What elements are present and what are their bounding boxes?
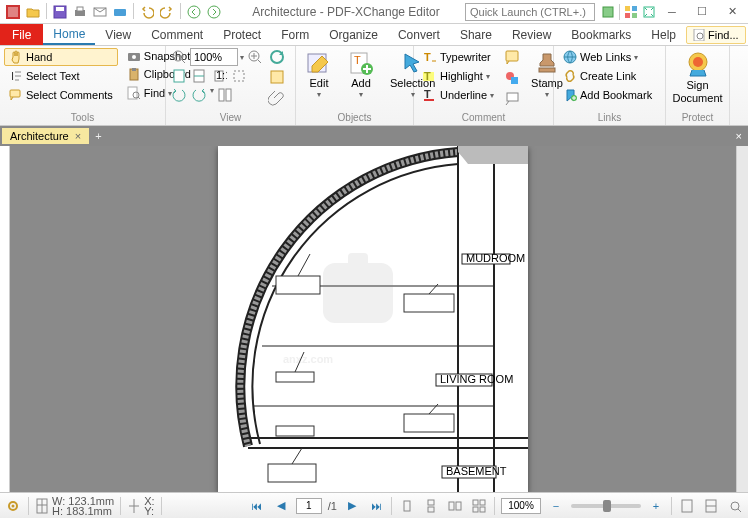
zoom-level-input[interactable] bbox=[501, 498, 541, 514]
options-gear-icon[interactable] bbox=[4, 497, 22, 515]
view-highlight-icon[interactable] bbox=[268, 68, 286, 86]
actual-size-icon[interactable]: 1:1 bbox=[210, 67, 228, 85]
print-icon[interactable] bbox=[71, 3, 89, 21]
edit-object-button[interactable]: Edit▾ bbox=[300, 48, 338, 101]
ribbon-group-objects: Edit▾ TAdd▾ Selection▾ Objects bbox=[296, 46, 414, 125]
svg-rect-71 bbox=[276, 372, 314, 382]
svg-rect-35 bbox=[219, 89, 224, 101]
fit-visible-status-icon[interactable] bbox=[726, 497, 744, 515]
zoom-out-status-icon[interactable]: − bbox=[547, 497, 565, 515]
svg-text:BASEMENT: BASEMENT bbox=[446, 465, 507, 477]
svg-rect-76 bbox=[404, 294, 454, 312]
menu-view[interactable]: View bbox=[95, 24, 141, 45]
minimize-button[interactable]: ─ bbox=[658, 2, 686, 22]
prev-page-icon[interactable]: ◀ bbox=[272, 497, 290, 515]
web-links-button[interactable]: Web Links▾ bbox=[558, 48, 657, 66]
svg-point-97 bbox=[731, 502, 739, 510]
add-bookmark-button[interactable]: Add Bookmark bbox=[558, 86, 657, 104]
vertical-scrollbar[interactable] bbox=[736, 146, 748, 492]
fit-page-icon[interactable] bbox=[170, 67, 188, 85]
layout-facing-continuous-icon[interactable] bbox=[470, 497, 488, 515]
close-tab-icon[interactable]: × bbox=[75, 130, 81, 142]
menu-protect[interactable]: Protect bbox=[213, 24, 271, 45]
ribbon-group-links: Web Links▾ Create Link Add Bookmark Link… bbox=[554, 46, 666, 125]
zoom-in-status-icon[interactable]: + bbox=[647, 497, 665, 515]
layout-continuous-icon[interactable] bbox=[422, 497, 440, 515]
hand-tool[interactable]: Hand bbox=[4, 48, 118, 66]
rotate-cw-icon[interactable] bbox=[190, 86, 208, 104]
new-tab-icon[interactable]: + bbox=[89, 130, 107, 142]
fit-page-status-icon[interactable] bbox=[678, 497, 696, 515]
save-icon[interactable] bbox=[51, 3, 69, 21]
layout-single-icon[interactable] bbox=[398, 497, 416, 515]
menu-share[interactable]: Share bbox=[450, 24, 502, 45]
email-icon[interactable] bbox=[91, 3, 109, 21]
close-button[interactable]: ✕ bbox=[718, 2, 746, 22]
view-attach-icon[interactable] bbox=[268, 88, 286, 106]
menu-convert[interactable]: Convert bbox=[388, 24, 450, 45]
ribbon: Hand ISelect Text Select Comments Snapsh… bbox=[0, 46, 748, 126]
svg-rect-78 bbox=[404, 414, 454, 432]
svg-rect-88 bbox=[428, 507, 434, 512]
svg-rect-3 bbox=[56, 7, 64, 11]
zoom-dropdown-icon[interactable]: ▾ bbox=[240, 53, 244, 62]
add-object-button[interactable]: TAdd▾ bbox=[342, 48, 380, 101]
sign-document-button[interactable]: SignDocument bbox=[666, 48, 728, 106]
highlight-tool[interactable]: THighlight▾ bbox=[418, 67, 499, 85]
svg-rect-13 bbox=[625, 13, 630, 18]
svg-rect-69 bbox=[276, 276, 320, 294]
scan-icon[interactable] bbox=[111, 3, 129, 21]
rotate-ccw-icon[interactable] bbox=[170, 86, 188, 104]
file-menu[interactable]: File bbox=[0, 24, 43, 45]
close-all-tabs-icon[interactable]: × bbox=[730, 130, 748, 142]
undo-icon[interactable] bbox=[138, 3, 156, 21]
typewriter-tool[interactable]: TTypewriter bbox=[418, 48, 499, 66]
select-comments-tool[interactable]: Select Comments bbox=[4, 86, 118, 104]
quick-launch-go-icon[interactable] bbox=[599, 3, 617, 21]
expand-icon[interactable] bbox=[640, 3, 658, 21]
find-button[interactable]: Find... bbox=[686, 26, 746, 44]
page-thumbs-icon[interactable] bbox=[216, 86, 234, 104]
open-icon[interactable] bbox=[24, 3, 42, 21]
first-page-icon[interactable]: ⏮ bbox=[248, 497, 266, 515]
create-link-button[interactable]: Create Link bbox=[558, 67, 657, 85]
nav-back-icon[interactable] bbox=[185, 3, 203, 21]
menu-bookmarks[interactable]: Bookmarks bbox=[561, 24, 641, 45]
zoom-out-icon[interactable] bbox=[170, 48, 188, 66]
underline-tool[interactable]: TUnderline▾ bbox=[418, 86, 499, 104]
next-page-icon[interactable]: ▶ bbox=[343, 497, 361, 515]
zoom-slider[interactable] bbox=[571, 504, 641, 508]
shapes-icon[interactable] bbox=[503, 69, 521, 87]
left-pane-gutter[interactable] bbox=[0, 146, 10, 492]
svg-line-70 bbox=[298, 254, 310, 276]
quick-launch-input[interactable] bbox=[465, 3, 595, 21]
menu-review[interactable]: Review bbox=[502, 24, 561, 45]
svg-rect-26 bbox=[128, 87, 137, 99]
zoom-input[interactable] bbox=[190, 48, 238, 66]
note-icon[interactable] bbox=[503, 48, 521, 66]
svg-text:T: T bbox=[354, 54, 361, 66]
page-canvas[interactable]: MUDROOM LIVING ROOM BASEMENT anxz.com bbox=[10, 146, 736, 492]
menu-organize[interactable]: Organize bbox=[319, 24, 388, 45]
callout-icon[interactable] bbox=[503, 90, 521, 108]
fit-width-icon[interactable] bbox=[190, 67, 208, 85]
last-page-icon[interactable]: ⏭ bbox=[367, 497, 385, 515]
menu-home[interactable]: Home bbox=[43, 24, 95, 45]
redo-icon[interactable] bbox=[158, 3, 176, 21]
page-number-input[interactable] bbox=[296, 498, 322, 514]
svg-rect-49 bbox=[511, 77, 518, 84]
menu-comment[interactable]: Comment bbox=[141, 24, 213, 45]
ui-options-icon[interactable] bbox=[622, 3, 640, 21]
menu-form[interactable]: Form bbox=[271, 24, 319, 45]
maximize-button[interactable]: ☐ bbox=[688, 2, 716, 22]
select-text-tool[interactable]: ISelect Text bbox=[4, 67, 118, 85]
nav-forward-icon[interactable] bbox=[205, 3, 223, 21]
zoom-in-icon[interactable] bbox=[246, 48, 264, 66]
svg-rect-34 bbox=[234, 71, 244, 81]
view-refresh-icon[interactable] bbox=[268, 48, 286, 66]
zoom-selection-icon[interactable] bbox=[230, 67, 248, 85]
menu-help[interactable]: Help bbox=[641, 24, 686, 45]
fit-width-status-icon[interactable] bbox=[702, 497, 720, 515]
document-tab[interactable]: Architecture × bbox=[2, 128, 89, 144]
layout-facing-icon[interactable] bbox=[446, 497, 464, 515]
